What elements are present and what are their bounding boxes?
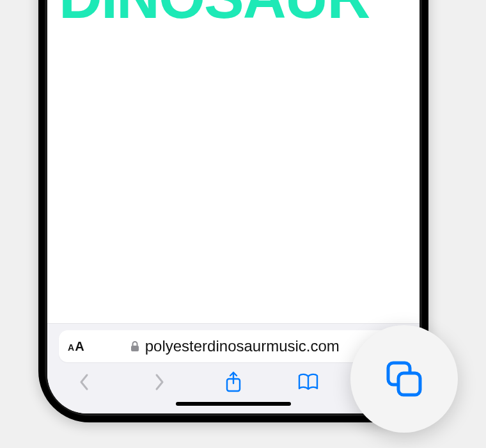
text-size-button[interactable]: A A [68,339,84,354]
back-button[interactable] [69,367,100,397]
url-display[interactable]: polyesterdinosaurmusic.com [91,337,379,355]
hero-text-line2: DINOSAUR [59,0,408,25]
chevron-right-icon [153,372,166,392]
share-icon [224,371,242,393]
tabs-icon [382,356,427,401]
url-text: polyesterdinosaurmusic.com [145,337,340,355]
home-indicator[interactable] [176,402,291,406]
book-icon [297,372,319,392]
share-button[interactable] [218,367,249,397]
forward-button[interactable] [144,367,175,397]
webpage-content[interactable]: POLYESTER DINOSAUR [47,0,419,323]
lock-icon [130,340,140,352]
svg-rect-5 [398,373,420,395]
text-size-large-a: A [75,339,84,354]
bookmarks-button[interactable] [293,367,324,397]
tabs-callout [350,325,458,433]
background-card: POLYESTER DINOSAUR A A [0,0,486,448]
text-size-small-a: A [68,342,74,353]
chevron-left-icon [78,372,91,392]
svg-rect-0 [131,346,139,351]
